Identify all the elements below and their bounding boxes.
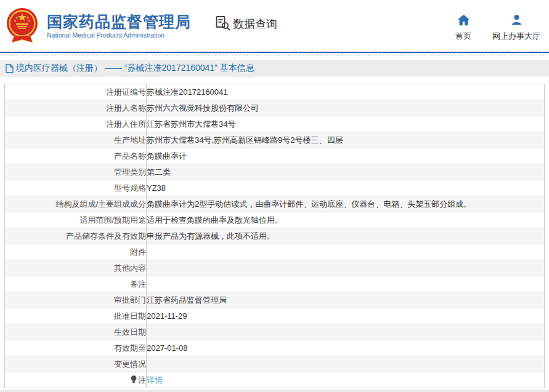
- row-value: [147, 324, 545, 340]
- table-row: 其他内容: [5, 260, 545, 276]
- row-label: 批准日期: [5, 308, 147, 324]
- row-value: [147, 276, 545, 292]
- nav-hall-label: 网上办事大厅: [492, 31, 540, 42]
- row-label: 适用范围/预期用途: [5, 212, 147, 228]
- row-value: 苏州市大儒巷34号,苏州高新区锦峰路9号2号楼三、四层: [147, 132, 545, 148]
- home-icon: [457, 14, 470, 28]
- registration-info-table-wrap: 注册证编号苏械注准20172160041注册人名称苏州六六视觉科技股份有限公司注…: [4, 84, 545, 388]
- row-label: 有效期至: [5, 340, 147, 356]
- table-row: 生效日期: [5, 324, 545, 340]
- row-label: 附件: [5, 244, 147, 260]
- row-value: 详情: [147, 372, 545, 388]
- info-table-body: 注册证编号苏械注准20172160041注册人名称苏州六六视觉科技股份有限公司注…: [5, 84, 545, 388]
- person-icon: [511, 14, 523, 28]
- row-value: 苏械注准20172160041: [147, 84, 545, 100]
- org-name-en: National Medical Products Administration: [47, 31, 191, 39]
- table-row: 注册人名称苏州六六视觉科技股份有限公司: [5, 100, 545, 116]
- row-label: 注册证编号: [5, 84, 147, 100]
- registration-info-table: 注册证编号苏械注准20172160041注册人名称苏州六六视觉科技股份有限公司注…: [4, 84, 545, 388]
- data-query-label: 数据查询: [233, 17, 277, 31]
- row-label: 结构及组成/主要组成成分: [5, 196, 147, 212]
- row-label: 型号规格: [5, 180, 147, 196]
- bulb-icon: [131, 375, 137, 385]
- row-value: 第二类: [147, 164, 545, 180]
- nav-home-label: 首页: [455, 31, 471, 42]
- row-value: 苏州六六视觉科技股份有限公司: [147, 100, 545, 116]
- table-row: 适用范围/预期用途适用于检查角膜的曲率及散光轴位用。: [5, 212, 545, 228]
- national-emblem-icon: [5, 7, 39, 44]
- row-label: 备注: [5, 276, 147, 292]
- table-row: 有效期至2027-01-08: [5, 340, 545, 356]
- row-value: YZ38: [147, 180, 545, 196]
- national-emblem-logo[interactable]: [5, 7, 39, 44]
- row-value: 2027-01-08: [147, 340, 545, 356]
- table-row: 型号规格YZ38: [5, 180, 545, 196]
- row-label: 审批部门: [5, 292, 147, 308]
- table-row: 结构及组成/主要组成成分角膜曲率计为2型手动估读式，由曲率计部件、运动底座、仪器…: [5, 196, 545, 212]
- row-label: 生效日期: [5, 324, 147, 340]
- document-search-icon: [214, 15, 231, 34]
- nav-item-service-hall[interactable]: 网上办事大厅: [492, 14, 540, 42]
- row-value: 适用于检查角膜的曲率及散光轴位用。: [147, 212, 545, 228]
- row-value: 江苏省苏州市大儒巷34号: [147, 116, 545, 132]
- table-row: 注册人住所江苏省苏州市大儒巷34号: [5, 116, 545, 132]
- document-icon: [6, 64, 14, 73]
- row-label: 注册人住所: [5, 116, 147, 132]
- data-query-tab[interactable]: 数据查询: [214, 15, 277, 34]
- row-label: 注册人名称: [5, 100, 147, 116]
- row-value: 江苏省药品监督管理局: [147, 292, 545, 308]
- table-row: 产品储存条件及有效期申报产品为有源器械，此项不适用。: [5, 228, 545, 244]
- row-value: 角膜曲率计为2型手动估读式，由曲率计部件、运动底座、仪器台、电箱、头架五部分组成…: [147, 196, 545, 212]
- site-header: 国家药品监督管理局 National Medical Products Admi…: [0, 0, 549, 52]
- row-label: 变更情况: [5, 356, 147, 372]
- row-value: [147, 244, 545, 260]
- table-row: 变更情况: [5, 356, 545, 372]
- row-value: 申报产品为有源器械，此项不适用。: [147, 228, 545, 244]
- row-value: 2021-11-29: [147, 308, 545, 324]
- row-label: 产品储存条件及有效期: [5, 228, 147, 244]
- table-row: 审批部门江苏省药品监督管理局: [5, 292, 545, 308]
- table-row: 注详情: [5, 372, 545, 388]
- table-row: 附件: [5, 244, 545, 260]
- table-row: 生产地址苏州市大儒巷34号,苏州高新区锦峰路9号2号楼三、四层: [5, 132, 545, 148]
- table-row: 注册证编号苏械注准20172160041: [5, 84, 545, 100]
- row-value: [147, 260, 545, 276]
- header-nav: 首页 网上办事大厅: [455, 10, 540, 42]
- org-name: 国家药品监督管理局: [47, 13, 191, 31]
- row-value: 角膜曲率计: [147, 148, 545, 164]
- table-row: 管理类别第二类: [5, 164, 545, 180]
- row-label: 注: [5, 372, 147, 388]
- org-title-block: 国家药品监督管理局 National Medical Products Admi…: [47, 13, 191, 39]
- row-label: 管理类别: [5, 164, 147, 180]
- table-row: 产品名称角膜曲率计: [5, 148, 545, 164]
- table-row: 批准日期2021-11-29: [5, 308, 545, 324]
- row-label: 其他内容: [5, 260, 147, 276]
- hatch-decoration: [0, 53, 549, 56]
- nav-item-home[interactable]: 首页: [455, 14, 471, 42]
- breadcrumb-text: 境内医疗器械（注册） —— “苏械注准20172160041” 基本信息: [16, 63, 254, 74]
- row-label: 产品名称: [5, 148, 147, 164]
- breadcrumb: 境内医疗器械（注册） —— “苏械注准20172160041” 基本信息: [0, 60, 549, 77]
- table-row: 备注: [5, 276, 545, 292]
- detail-link[interactable]: 详情: [147, 375, 163, 385]
- row-value: [147, 356, 545, 372]
- row-label: 生产地址: [5, 132, 147, 148]
